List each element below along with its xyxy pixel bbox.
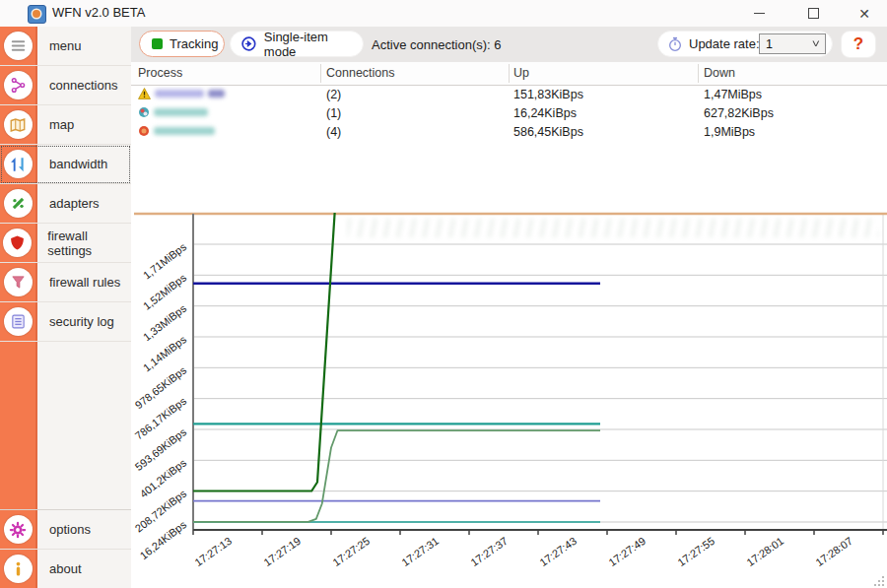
minimize-button[interactable] bbox=[737, 0, 781, 27]
column-divider[interactable] bbox=[698, 64, 699, 83]
watermark-blur bbox=[347, 219, 879, 237]
main-content: Tracking Single-item mode Active connect… bbox=[131, 27, 887, 588]
close-button[interactable]: ✕ bbox=[843, 0, 886, 27]
teal-app-icon bbox=[138, 106, 150, 118]
sidebar-item-label: adapters bbox=[49, 196, 100, 211]
x-axis-tick-label: 17:27:49 bbox=[606, 535, 648, 568]
help-button[interactable]: ? bbox=[841, 31, 876, 58]
sidebar-item-map[interactable]: map bbox=[0, 105, 131, 145]
column-header-up[interactable]: Up bbox=[513, 66, 529, 80]
info-icon bbox=[10, 560, 27, 577]
gear-icon bbox=[9, 521, 27, 539]
maximize-icon bbox=[808, 8, 819, 19]
adapters-icon bbox=[10, 195, 27, 212]
sidebar-item-label: firewall rules bbox=[49, 275, 120, 290]
series-process-3-down bbox=[193, 206, 335, 491]
up-cell: 151,83KiBps bbox=[513, 88, 583, 101]
down-cell: 1,47MiBps bbox=[704, 88, 762, 101]
update-rate-label: Update rate: bbox=[689, 36, 760, 51]
single-item-label: Single-item mode bbox=[264, 30, 363, 59]
minimize-icon bbox=[754, 13, 765, 14]
single-item-mode-button[interactable]: Single-item mode bbox=[230, 31, 364, 57]
connections-cell: (1) bbox=[326, 106, 341, 120]
tracking-button[interactable]: Tracking bbox=[139, 31, 225, 57]
close-icon: ✕ bbox=[858, 7, 870, 21]
sidebar-item-connections[interactable]: connections bbox=[0, 66, 131, 105]
bandwidth-chart-svg: 1,71MiBps1,52MiBps1,33MiBps1,14MiBps978,… bbox=[131, 202, 887, 588]
sidebar-item-label: firewall settings bbox=[47, 229, 131, 258]
active-connections-text: Active connection(s): 6 bbox=[372, 37, 502, 52]
connections-table: Process Connections Up Down (2) 151,83Ki… bbox=[131, 62, 887, 142]
sidebar-item-options[interactable]: options bbox=[0, 509, 131, 550]
sidebar-spacer bbox=[0, 342, 131, 509]
blurred-process-name bbox=[155, 90, 204, 98]
up-cell: 586,45KiBps bbox=[513, 125, 583, 139]
sidebar-item-firewall-settings[interactable]: firewall settings bbox=[0, 224, 131, 263]
update-rate-value: 1 bbox=[766, 37, 773, 51]
menu-icon bbox=[10, 37, 27, 54]
sidebar-item-label: about bbox=[49, 561, 82, 576]
resize-grip-icon[interactable] bbox=[874, 575, 885, 586]
x-axis-tick-label: 17:27:13 bbox=[192, 535, 234, 568]
sidebar-item-label: menu bbox=[49, 38, 82, 53]
stopwatch-icon bbox=[667, 36, 683, 52]
bandwidth-toolbar: Tracking Single-item mode Active connect… bbox=[131, 27, 887, 63]
down-cell: 627,82KiBps bbox=[704, 106, 774, 120]
process-cell bbox=[138, 88, 225, 99]
app-logo-icon bbox=[28, 5, 46, 24]
column-header-process[interactable]: Process bbox=[138, 66, 182, 80]
x-axis-tick-label: 17:27:31 bbox=[399, 535, 441, 568]
security-log-icon bbox=[10, 313, 27, 330]
connections-cell: (4) bbox=[326, 125, 341, 139]
x-axis-tick-label: 17:27:55 bbox=[675, 535, 716, 568]
sidebar-item-label: connections bbox=[49, 78, 117, 93]
bandwidth-chart: 1,71MiBps1,52MiBps1,33MiBps1,14MiBps978,… bbox=[131, 202, 887, 588]
column-header-down[interactable]: Down bbox=[704, 66, 735, 80]
shield-icon bbox=[9, 234, 26, 251]
maximize-button[interactable] bbox=[791, 0, 835, 27]
sidebar-item-bandwidth[interactable]: bandwidth bbox=[0, 145, 131, 184]
down-cell: 1,9MiBps bbox=[704, 125, 755, 139]
connections-icon bbox=[10, 77, 27, 94]
blurred-process-ext bbox=[208, 90, 225, 98]
window-title: WFN v2.0 BETA bbox=[52, 5, 145, 20]
x-axis-tick-label: 17:28:07 bbox=[813, 535, 854, 568]
table-row[interactable]: (2) 151,83KiBps 1,47MiBps bbox=[131, 86, 887, 104]
column-divider[interactable] bbox=[509, 64, 510, 83]
process-cell bbox=[138, 125, 215, 137]
x-axis-tick-label: 17:27:19 bbox=[261, 535, 303, 568]
blurred-process-name bbox=[154, 127, 215, 135]
column-divider[interactable] bbox=[320, 64, 321, 83]
tracking-label: Tracking bbox=[170, 36, 218, 51]
sidebar-item-label: bandwidth bbox=[49, 157, 107, 171]
table-row[interactable]: (4) 586,45KiBps 1,9MiBps bbox=[131, 123, 887, 142]
sidebar-item-label: map bbox=[49, 117, 74, 132]
sidebar-item-adapters[interactable]: adapters bbox=[0, 184, 131, 224]
connections-cell: (2) bbox=[326, 88, 341, 101]
sidebar-item-security-log[interactable]: security log bbox=[0, 302, 131, 342]
table-row[interactable]: (1) 16,24KiBps 627,82KiBps bbox=[131, 104, 887, 123]
sidebar-item-label: options bbox=[49, 522, 91, 537]
sidebar-item-about[interactable]: about bbox=[0, 550, 131, 588]
x-axis-tick-label: 17:28:01 bbox=[744, 535, 785, 568]
sidebar-item-label: security log bbox=[49, 314, 114, 329]
warning-triangle-icon bbox=[138, 88, 151, 99]
update-rate-select[interactable]: 1 ˅ bbox=[759, 33, 826, 54]
sidebar: menu connections map bandwidth adapters bbox=[0, 27, 131, 588]
bandwidth-icon bbox=[9, 156, 27, 173]
column-header-connections[interactable]: Connections bbox=[326, 66, 395, 80]
tracking-status-icon bbox=[152, 38, 163, 49]
chevron-down-icon: ˅ bbox=[812, 38, 820, 49]
table-header: Process Connections Up Down bbox=[131, 62, 887, 86]
red-app-icon bbox=[138, 125, 150, 137]
up-cell: 16,24KiBps bbox=[513, 106, 577, 120]
map-icon bbox=[9, 116, 27, 134]
sidebar-item-firewall-rules[interactable]: firewall rules bbox=[0, 263, 131, 302]
x-axis-tick-label: 17:27:37 bbox=[468, 535, 510, 568]
x-axis-tick-label: 17:27:25 bbox=[330, 535, 372, 568]
sidebar-item-menu[interactable]: menu bbox=[0, 27, 131, 66]
series-process-3-up bbox=[193, 430, 600, 522]
single-item-icon bbox=[240, 35, 257, 52]
title-bar: WFN v2.0 BETA ✕ bbox=[0, 0, 887, 28]
process-cell bbox=[138, 106, 208, 118]
